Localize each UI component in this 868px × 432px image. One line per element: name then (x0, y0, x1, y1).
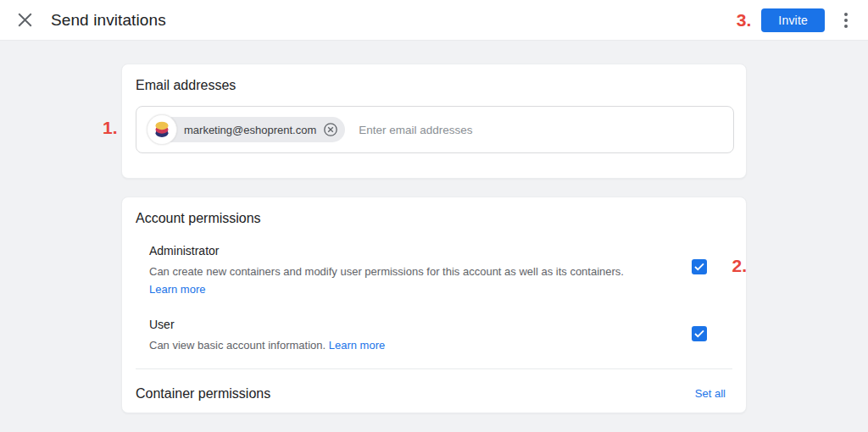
email-input[interactable] (359, 124, 733, 136)
chip-email-text: marketing@eshoprent.com (184, 124, 316, 136)
permissions-card-heading: Account permissions (136, 211, 732, 226)
email-addresses-card: Email addresses marketing@eshoprent.com (121, 64, 747, 179)
learn-more-link[interactable]: Learn more (149, 283, 205, 296)
invite-button[interactable]: Invite (761, 8, 825, 32)
role-description: Can create new containers and modify use… (149, 264, 656, 280)
role-row-user: User Can view basic account information.… (149, 318, 732, 354)
learn-more-link[interactable]: Learn more (329, 339, 385, 352)
account-permissions-card: Account permissions Administrator Can cr… (121, 197, 747, 413)
chip-avatar (147, 114, 177, 145)
check-icon (694, 263, 704, 271)
chip-remove-icon[interactable] (323, 122, 338, 137)
annotation-3: 3. (737, 10, 752, 30)
divider (136, 368, 732, 369)
page-title: Send invitations (51, 11, 166, 30)
check-icon (694, 330, 704, 338)
user-checkbox[interactable] (692, 326, 707, 341)
dialog-header: Send invitations 3. Invite (0, 0, 868, 41)
role-row-administrator: Administrator Can create new containers … (149, 244, 732, 296)
annotation-1: 1. (103, 118, 118, 138)
email-input-box[interactable]: marketing@eshoprent.com (136, 106, 734, 153)
role-name: Administrator (149, 244, 656, 258)
more-options-icon[interactable] (836, 10, 856, 30)
close-icon[interactable] (14, 10, 35, 30)
administrator-checkbox[interactable] (692, 259, 707, 274)
container-permissions-heading: Container permissions (136, 386, 270, 402)
container-permissions-row: Container permissions Set all (136, 386, 732, 402)
layers-logo-icon (153, 119, 171, 140)
email-card-heading: Email addresses (136, 78, 732, 93)
role-name: User (149, 318, 656, 331)
set-all-link[interactable]: Set all (695, 387, 726, 400)
email-chip[interactable]: marketing@eshoprent.com (147, 114, 345, 145)
annotation-2: 2. (732, 256, 747, 276)
role-description: Can view basic account information. Lear… (149, 338, 656, 354)
